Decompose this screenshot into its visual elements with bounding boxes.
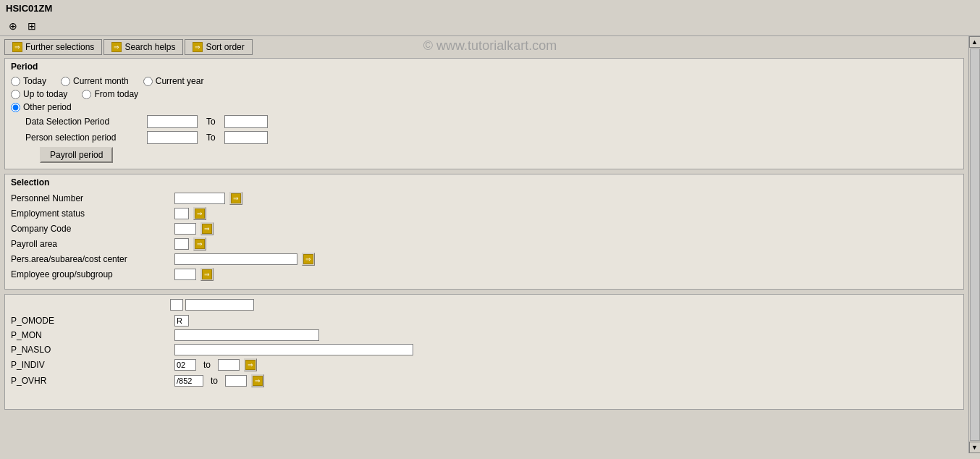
p-indiv-label: P_INDIV [11,360,170,370]
field-payroll-area: Payroll area ⇒ [11,237,958,250]
radio-current-month[interactable]: Current month [61,76,129,86]
field-p-indiv: P_INDIV to ⇒ [11,358,958,371]
to-label-2: To [206,132,216,143]
company-code-input[interactable] [174,223,196,235]
bottom-top-input-1[interactable] [170,299,183,311]
tab-search-helps[interactable]: ⇒ Search helps [104,39,183,55]
company-code-arrow-btn[interactable]: ⇒ [200,222,214,235]
employee-group-arrow-btn[interactable]: ⇒ [200,268,214,281]
employment-status-label: Employment status [11,209,170,219]
p-naslo-label: P_NASLO [11,345,170,355]
p-naslo-input[interactable] [174,344,413,355]
p-omode-input[interactable] [174,315,189,327]
employee-group-input[interactable] [174,269,196,280]
arrow-icon-3: ⇒ [202,224,212,234]
personnel-number-arrow-btn[interactable]: ⇒ [229,192,242,205]
p-omode-label: P_OMODE [11,316,170,326]
scroll-down-btn[interactable]: ▼ [969,442,981,453]
employment-status-arrow-btn[interactable]: ⇒ [193,207,206,220]
tab-arrow-2: ⇒ [111,42,122,52]
radio-current-year[interactable]: Current year [143,76,204,86]
p-indiv-input[interactable] [174,359,196,371]
company-code-label: Company Code [11,224,170,234]
field-p-mon: P_MON [11,329,958,341]
pers-area-input[interactable] [174,253,297,265]
tab-arrow-1: ⇒ [12,42,22,52]
bottom-panel: P_OMODE P_MON P_NASLO P_INDIV to ⇒ [4,294,964,410]
person-selection-period-label: Person selection period [25,132,141,143]
back-icon[interactable]: ⊕ [6,19,20,33]
arrow-icon-4: ⇒ [195,239,205,249]
p-indiv-arrow-btn[interactable]: ⇒ [244,358,257,371]
data-selection-period-to[interactable] [224,115,268,128]
field-pers-area: Pers.area/subarea/cost center ⇒ [11,253,958,266]
radio-from-today[interactable]: From today [82,89,138,99]
person-selection-period-from[interactable] [147,131,198,144]
data-selection-period-from[interactable] [147,115,198,128]
payroll-area-label: Payroll area [11,239,170,249]
radio-other-period[interactable]: Other period [11,102,72,112]
field-p-naslo: P_NASLO [11,344,958,355]
person-selection-period-to[interactable] [224,131,268,144]
p-mon-input[interactable] [174,329,319,341]
employment-status-input[interactable] [174,208,189,219]
field-employee-group: Employee group/subgroup ⇒ [11,268,958,281]
app-title: HSIC01ZM [6,3,52,14]
field-company-code: Company Code ⇒ [11,222,958,235]
p-indiv-to-label: to [203,360,211,370]
p-indiv-to-input[interactable] [218,359,240,371]
period-title: Period [11,62,958,72]
personnel-number-input[interactable] [174,193,225,204]
personnel-number-label: Personnel Number [11,193,170,203]
p-ovhr-input[interactable] [174,375,203,387]
selection-title: Selection [11,177,958,188]
tab-bar: ⇒ Further selections ⇒ Search helps ⇒ So… [4,39,964,55]
p-ovhr-to-input[interactable] [225,375,247,387]
field-p-ovhr: P_OVHR to ⇒ [11,374,958,387]
radio-today[interactable]: Today [11,76,46,86]
p-mon-label: P_MON [11,330,170,340]
payroll-area-input[interactable] [174,238,189,250]
title-bar: HSIC01ZM [0,0,980,17]
arrow-icon-5: ⇒ [303,254,313,264]
to-label-1: To [206,117,216,127]
bottom-top-input-2[interactable] [185,299,254,311]
field-p-omode: P_OMODE [11,315,958,327]
data-selection-period-label: Data Selection Period [25,117,141,127]
employee-group-label: Employee group/subgroup [11,269,170,279]
field-employment-status: Employment status ⇒ [11,207,958,220]
payroll-area-arrow-btn[interactable]: ⇒ [193,237,206,250]
tab-further-selections[interactable]: ⇒ Further selections [4,39,102,55]
field-personnel-number: Personnel Number ⇒ [11,192,958,205]
radio-up-to-today[interactable]: Up to today [11,89,67,99]
scroll-up-btn[interactable]: ▲ [969,36,981,48]
arrow-icon-1: ⇒ [231,193,241,203]
p-ovhr-to-label: to [211,376,218,386]
grid-icon[interactable]: ⊞ [25,19,39,33]
toolbar: ⊕ ⊞ [0,17,980,36]
arrow-icon-7: ⇒ [245,360,255,370]
payroll-period-button[interactable]: Payroll period [40,147,113,163]
scrollbar: ▲ ▼ [968,36,980,453]
p-ovhr-label: P_OVHR [11,376,170,386]
arrow-icon-2: ⇒ [195,209,205,219]
pers-area-arrow-btn[interactable]: ⇒ [302,253,315,266]
tab-arrow-3: ⇒ [193,42,203,52]
arrow-icon-6: ⇒ [202,269,212,279]
p-ovhr-arrow-btn[interactable]: ⇒ [251,374,264,387]
arrow-icon-8: ⇒ [253,376,263,386]
tab-sort-order[interactable]: ⇒ Sort order [185,39,252,55]
scroll-track [970,49,980,441]
selection-panel: Selection Personnel Number ⇒ Employment … [4,174,964,290]
period-panel: Period Today Current month Current year [4,58,964,169]
pers-area-label: Pers.area/subarea/cost center [11,254,170,264]
